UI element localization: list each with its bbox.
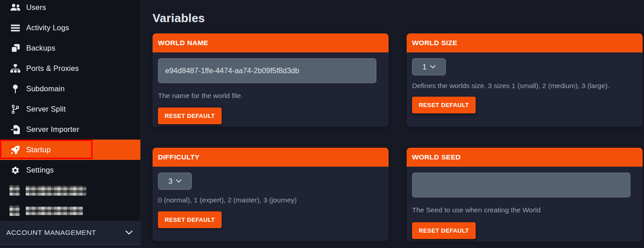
select-value: 1 <box>422 63 426 71</box>
sidebar-item-server-importer[interactable]: Server Importer <box>0 119 140 140</box>
sidebar-item-label: Server Importer <box>26 125 79 134</box>
sidebar-item-activity-logs[interactable]: Activity Logs <box>0 18 140 38</box>
server-panel: Users Activity Logs <box>0 0 644 248</box>
subdomain-icon <box>9 84 21 94</box>
variable-description: Defines the worlds size. 3 sizes 1 (smal… <box>412 80 637 91</box>
settings-icon <box>9 166 21 175</box>
variable-description: The name for the world file. <box>158 90 383 101</box>
sidebar-item-settings[interactable]: Settings <box>0 160 140 180</box>
variable-card-difficulty: DIFFICULTY 3 0 (normal), 1 (expert), 2 (… <box>153 148 389 241</box>
server-split-icon <box>9 105 21 114</box>
main-content: Variables WORLD NAME The name for the wo… <box>140 0 644 248</box>
sidebar-item-label: Activity Logs <box>26 23 69 32</box>
variable-description: 0 (normal), 1 (expert), 2 (master), 3 (j… <box>158 194 383 206</box>
chevron-down-icon <box>430 65 436 69</box>
redacted-icon <box>9 185 20 196</box>
difficulty-select[interactable]: 3 <box>158 173 192 190</box>
page-title: Variables <box>153 11 205 25</box>
sidebar: Users Activity Logs <box>0 0 140 248</box>
chevron-down-icon <box>176 179 181 183</box>
card-title: WORLD SIZE <box>407 33 643 52</box>
select-value: 3 <box>168 177 172 186</box>
reset-default-button[interactable]: RESET DEFAULT <box>158 108 222 124</box>
sidebar-item-backups[interactable]: Backups <box>0 38 140 58</box>
sidebar-item-label: Settings <box>26 166 54 174</box>
variable-card-world-name: WORLD NAME The name for the world file. … <box>153 33 389 127</box>
card-title: DIFFICULTY <box>153 148 389 167</box>
variable-description: The Seed to use when creating the World <box>412 204 637 215</box>
account-management-section[interactable]: ACCOUNT MANAGEMENT <box>0 221 140 244</box>
backups-icon <box>9 44 21 52</box>
sidebar-item-redacted[interactable] <box>0 180 140 201</box>
sidebar-item-label: Backups <box>26 44 56 52</box>
server-importer-icon <box>9 125 21 134</box>
sidebar-item-server-split[interactable]: Server Split <box>0 99 140 119</box>
activity-logs-icon <box>9 24 21 32</box>
reset-default-button[interactable]: RESET DEFAULT <box>412 222 476 239</box>
sidebar-item-label: Subdomain <box>26 84 65 93</box>
card-title: WORLD SEED <box>407 148 643 167</box>
chevron-down-icon <box>125 230 133 235</box>
sidebar-item-subdomain[interactable]: Subdomain <box>0 79 140 99</box>
sidebar-bottom-strip <box>0 245 140 248</box>
variable-card-world-seed: WORLD SEED The Seed to use when creating… <box>407 148 643 242</box>
users-icon <box>9 3 21 12</box>
sidebar-item-label: Users <box>26 3 46 12</box>
world-seed-input[interactable] <box>412 173 630 197</box>
ports-proxies-icon <box>9 64 21 73</box>
sidebar-item-startup[interactable]: Startup <box>0 140 140 160</box>
section-label: ACCOUNT MANAGEMENT <box>6 229 96 237</box>
sidebar-item-redacted[interactable] <box>0 201 140 221</box>
world-name-input[interactable] <box>158 58 376 83</box>
card-title: WORLD NAME <box>153 33 389 52</box>
sidebar-item-label: Ports & Proxies <box>26 64 79 73</box>
sidebar-item-label: Server Split <box>26 105 66 113</box>
redacted-label <box>26 206 83 215</box>
redacted-icon <box>9 206 20 216</box>
startup-icon <box>9 145 21 154</box>
sidebar-item-ports-proxies[interactable]: Ports & Proxies <box>0 58 140 79</box>
sidebar-item-users[interactable]: Users <box>0 0 140 18</box>
sidebar-nav: Users Activity Logs <box>0 0 140 221</box>
variable-card-world-size: WORLD SIZE 1 Defines the worlds size. 3 … <box>407 33 643 127</box>
sidebar-item-label: Startup <box>26 145 51 154</box>
reset-default-button[interactable]: RESET DEFAULT <box>158 211 222 228</box>
redacted-label <box>26 186 86 196</box>
reset-default-button[interactable]: RESET DEFAULT <box>412 97 476 113</box>
world-size-select[interactable]: 1 <box>412 58 446 75</box>
